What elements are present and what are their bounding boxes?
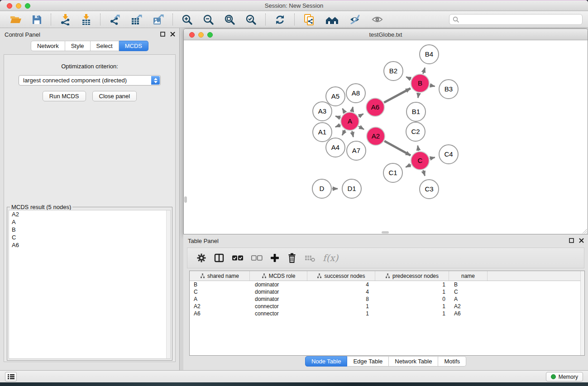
graph-edge[interactable] bbox=[423, 68, 425, 74]
result-item[interactable]: B bbox=[9, 226, 170, 234]
result-item[interactable]: C bbox=[9, 234, 170, 241]
search-input[interactable] bbox=[459, 15, 582, 24]
column-header-mcds-role[interactable]: MCDS role bbox=[250, 271, 307, 281]
status-bar: Memory bbox=[0, 370, 588, 382]
show-all-button[interactable] bbox=[368, 14, 386, 25]
create-column-button[interactable] bbox=[270, 253, 280, 263]
table-panel: Table Panel bbox=[183, 234, 588, 370]
eye-slash-icon bbox=[349, 14, 361, 25]
graph-node-label: D bbox=[320, 185, 325, 192]
table-row[interactable]: C dominator 4 1 C bbox=[190, 288, 584, 295]
canvas-hscroll-thumb[interactable] bbox=[382, 231, 389, 234]
table-row[interactable]: A dominator 8 0 A bbox=[190, 295, 584, 303]
tab-node-table[interactable]: Node Table bbox=[305, 356, 348, 367]
toolbar-separator bbox=[172, 14, 173, 25]
tab-select[interactable]: Select bbox=[91, 41, 119, 51]
close-table-panel-icon[interactable] bbox=[578, 238, 584, 243]
run-mcds-button[interactable]: Run MCDS bbox=[43, 91, 86, 101]
graph-edge[interactable] bbox=[406, 77, 411, 79]
result-item[interactable]: A6 bbox=[9, 241, 170, 249]
attribute-icon bbox=[262, 273, 267, 278]
tab-motifs[interactable]: Motifs bbox=[438, 356, 466, 367]
graph-edge[interactable] bbox=[359, 126, 364, 129]
graph-edge[interactable] bbox=[430, 157, 435, 159]
graph-node-label: A6 bbox=[371, 103, 379, 111]
graph-node-label: A3 bbox=[318, 107, 326, 115]
table-row[interactable]: A6 connector 1 1 A6 bbox=[190, 310, 584, 317]
import-network-button[interactable] bbox=[57, 13, 73, 26]
graph-edge[interactable] bbox=[352, 107, 353, 111]
zoom-in-button[interactable] bbox=[179, 13, 196, 26]
show-task-history-button[interactable] bbox=[5, 372, 17, 381]
delete-table-button[interactable] bbox=[304, 254, 316, 262]
first-neighbors-button[interactable] bbox=[322, 14, 342, 26]
graph-edge[interactable] bbox=[335, 125, 341, 127]
import-table-icon bbox=[81, 14, 91, 25]
memory-status-icon bbox=[551, 374, 556, 379]
column-header-name[interactable]: name bbox=[449, 271, 488, 281]
canvas-vscroll-thumb[interactable] bbox=[184, 196, 187, 203]
graph-node-label: B3 bbox=[445, 85, 453, 93]
show-columns-button[interactable] bbox=[214, 253, 225, 263]
network-window-titlebar[interactable]: testGlobe.txt bbox=[184, 29, 588, 40]
table-settings-button[interactable] bbox=[196, 253, 206, 263]
control-panel: Control Panel Network Style Select MCDS … bbox=[0, 28, 180, 370]
graph-node-label: B2 bbox=[389, 67, 397, 75]
save-floppy-icon bbox=[32, 14, 42, 25]
result-item[interactable]: A2 bbox=[9, 210, 170, 218]
close-panel-icon[interactable] bbox=[170, 31, 176, 37]
tab-mcds[interactable]: MCDS bbox=[119, 41, 148, 51]
float-panel-icon[interactable] bbox=[160, 31, 166, 37]
hide-selected-button[interactable] bbox=[346, 13, 364, 26]
tab-edge-table[interactable]: Edge Table bbox=[347, 356, 389, 367]
clone-network-button[interactable] bbox=[301, 13, 318, 27]
table-row[interactable]: B dominator 4 1 B bbox=[190, 281, 584, 288]
graph-edge[interactable] bbox=[352, 131, 354, 137]
graph-edge[interactable] bbox=[406, 165, 411, 167]
export-image-button[interactable] bbox=[149, 13, 167, 26]
tab-style[interactable]: Style bbox=[65, 41, 91, 51]
select-all-columns-button[interactable] bbox=[232, 255, 244, 261]
graph-edge[interactable] bbox=[423, 170, 425, 176]
zoom-fit-button[interactable] bbox=[221, 13, 238, 26]
delete-table-icon bbox=[304, 254, 316, 262]
criterion-dropdown[interactable]: largest connected component (directed) bbox=[19, 75, 161, 86]
graph-edge[interactable] bbox=[384, 88, 410, 102]
result-item[interactable]: A bbox=[9, 218, 170, 226]
graph-edge[interactable] bbox=[342, 130, 345, 135]
graph-edge[interactable] bbox=[343, 109, 345, 113]
refresh-button[interactable] bbox=[272, 13, 288, 26]
column-header-successor-nodes[interactable]: successor nodes bbox=[307, 271, 375, 281]
network-canvas[interactable]: B4B2BB3A8A5A6B1A3AA1C2A2A4A7C4CC1C3DD1 bbox=[184, 40, 588, 234]
export-network-button[interactable] bbox=[106, 13, 123, 26]
function-builder-button[interactable]: f(x) bbox=[323, 253, 338, 263]
save-session-button[interactable] bbox=[29, 14, 45, 26]
memory-button[interactable]: Memory bbox=[546, 372, 583, 381]
table-row[interactable]: A2 connector 1 1 A2 bbox=[190, 303, 584, 310]
resize-grip[interactable] bbox=[581, 228, 587, 234]
result-scrollbar[interactable] bbox=[166, 210, 170, 358]
graph-edge[interactable] bbox=[335, 116, 340, 118]
delete-column-button[interactable] bbox=[287, 253, 297, 263]
zoom-selected-button[interactable] bbox=[243, 13, 259, 26]
column-header-shared-name[interactable]: shared name bbox=[190, 271, 250, 281]
import-table-button[interactable] bbox=[78, 13, 94, 26]
open-session-button[interactable] bbox=[7, 13, 24, 26]
export-table-button[interactable] bbox=[128, 13, 145, 26]
table-scrollbar[interactable] bbox=[580, 271, 584, 355]
graph-edge[interactable] bbox=[418, 93, 419, 98]
float-table-panel-icon[interactable] bbox=[569, 238, 574, 243]
graph-node-label: C bbox=[418, 157, 423, 164]
graph-edge[interactable] bbox=[384, 141, 411, 156]
graph-node-label: B bbox=[418, 79, 422, 87]
zoom-out-button[interactable] bbox=[200, 13, 217, 26]
unselect-all-columns-button[interactable] bbox=[251, 255, 263, 261]
close-panel-button[interactable]: Close panel bbox=[92, 91, 137, 101]
graph-edge[interactable] bbox=[418, 146, 419, 151]
column-header-predecessor-nodes[interactable]: predecessor nodes bbox=[375, 271, 449, 281]
graph-edge[interactable] bbox=[430, 85, 435, 86]
node-table: shared name MCDS role successor nodes pr… bbox=[189, 271, 585, 356]
graph-edge[interactable] bbox=[359, 114, 363, 117]
tab-network[interactable]: Network bbox=[31, 41, 65, 51]
tab-network-table[interactable]: Network Table bbox=[389, 356, 438, 367]
